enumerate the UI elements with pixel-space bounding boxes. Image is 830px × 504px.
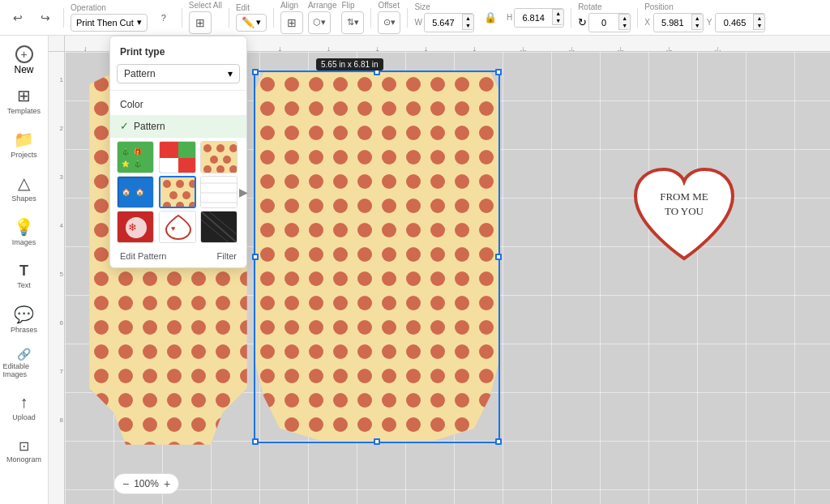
align-button[interactable]: ⊞ <box>280 11 303 34</box>
pattern-thumb-7[interactable]: ❄ <box>117 211 154 243</box>
rotate-down[interactable]: ▼ <box>618 22 630 30</box>
pattern-thumb-5[interactable] <box>159 176 196 208</box>
sidebar-item-new[interactable]: + New <box>3 42 45 78</box>
ruler-h-tick-1: 1 <box>85 47 86 51</box>
pattern-thumb-8[interactable]: ♥ <box>159 211 196 243</box>
svg-point-27 <box>229 144 237 152</box>
svg-point-31 <box>216 165 225 173</box>
divider-8 <box>637 8 638 28</box>
ruler-v-5: 5 <box>60 271 63 278</box>
zoom-out-button[interactable]: − <box>122 477 129 490</box>
pattern-grid: 🎄 🎁 ⭐ 🎄 <box>117 141 240 243</box>
width-up[interactable]: ▲ <box>462 14 473 22</box>
divider-3 <box>229 8 229 28</box>
print-type-select[interactable]: Pattern ▾ <box>117 64 240 83</box>
divider-4 <box>273 8 274 28</box>
color-option[interactable]: Color <box>110 94 246 115</box>
heart-line1: FROM ME <box>627 190 741 204</box>
align-section: Align ⊞ <box>280 2 303 34</box>
svg-point-29 <box>223 156 231 164</box>
rotate-input[interactable] <box>589 14 618 32</box>
sidebar-item-images[interactable]: 💡 Images <box>3 211 45 253</box>
flip-button[interactable]: ⇅▾ <box>341 11 364 34</box>
size-section: Size W ▲ ▼ <box>414 3 473 32</box>
question-button[interactable]: ? <box>152 6 175 29</box>
heart-element[interactable]: FROM ME TO YOU <box>627 165 741 271</box>
offset-button[interactable]: ⊙▾ <box>378 11 400 34</box>
position-fields: X ▲ ▼ Y ▲ ▼ <box>644 13 765 32</box>
width-down[interactable]: ▼ <box>462 22 473 30</box>
select-all-section: Select All ⊞ <box>189 2 222 34</box>
print-type-chevron: ▾ <box>228 68 233 79</box>
box-right-shape <box>255 72 498 441</box>
pattern-thumb-9[interactable] <box>200 211 237 243</box>
ruler-h-tick-8: 8 <box>426 47 426 51</box>
panel-divider-2 <box>110 137 246 138</box>
shapes-icon: △ <box>18 173 30 193</box>
operation-dropdown[interactable]: Print Then Cut ▾ <box>71 14 148 32</box>
arrange-button[interactable]: ⬡▾ <box>308 11 331 34</box>
zoom-value: 100% <box>134 478 159 489</box>
rotate-label: Rotate <box>578 3 601 11</box>
pos-y-up[interactable]: ▲ <box>753 14 764 22</box>
redo-button[interactable]: ↪ <box>34 6 57 29</box>
filter-button[interactable]: Filter <box>217 251 237 261</box>
undo-button[interactable]: ↩ <box>6 6 29 29</box>
sidebar-item-text[interactable]: T Text <box>3 254 45 297</box>
patterns-scroll-button[interactable]: ▶ <box>239 186 248 199</box>
pos-y-input[interactable] <box>716 14 753 32</box>
height-input[interactable] <box>515 9 552 27</box>
sidebar-item-projects[interactable]: 📁 Projects <box>3 123 45 165</box>
select-all-button[interactable]: ⊞ <box>189 11 212 34</box>
sidebar-item-monogram[interactable]: ⊡ Monogram <box>3 429 45 472</box>
pos-y-down[interactable]: ▼ <box>753 22 764 30</box>
pos-x-input[interactable] <box>654 14 691 32</box>
svg-rect-5 <box>134 388 166 412</box>
sidebar-item-shapes[interactable]: △ Shapes <box>3 167 45 209</box>
svg-text:🎁: 🎁 <box>134 147 142 156</box>
pos-x-label: X <box>644 18 650 27</box>
operation-chevron: ▾ <box>137 17 142 28</box>
zoom-in-button[interactable]: + <box>164 477 170 490</box>
ruler-vertical: 1 2 3 4 5 6 7 8 <box>49 52 65 504</box>
divider-7 <box>571 8 571 28</box>
pos-x-down[interactable]: ▼ <box>691 22 703 30</box>
images-icon: 💡 <box>14 217 34 237</box>
pattern-thumb-1[interactable]: 🎄 🎁 ⭐ 🎄 <box>117 141 154 173</box>
panel-title: Print type <box>110 43 246 64</box>
height-down[interactable]: ▼ <box>552 17 563 25</box>
rotate-up[interactable]: ▲ <box>618 14 630 22</box>
toolbar: ↩ ↪ Operation Print Then Cut ▾ ? Select … <box>0 0 830 36</box>
svg-rect-13 <box>393 396 434 421</box>
pattern-thumb-3[interactable] <box>200 141 237 173</box>
ruler-h-tick-13: 13 <box>669 47 670 51</box>
ruler-v-6: 6 <box>60 319 63 327</box>
svg-rect-22 <box>160 158 178 173</box>
ruler-h-tick-7: 7 <box>377 47 378 51</box>
pattern-thumb-6[interactable] <box>200 176 237 208</box>
edit-pattern-button[interactable]: Edit Pattern <box>120 251 166 261</box>
sidebar-item-upload[interactable]: ↑ Upload <box>3 386 45 428</box>
sidebar-item-templates[interactable]: ⊞ Templates <box>3 79 45 122</box>
lock-button[interactable]: 🔒 <box>479 6 502 29</box>
print-type-panel: Print type Pattern ▾ Color ✓ Pattern 🎄 🎁… <box>109 36 247 268</box>
editable-images-icon: 🔗 <box>17 348 31 361</box>
edit-chevron: ▾ <box>256 17 261 28</box>
upload-label: Upload <box>12 413 36 421</box>
size-fields: W ▲ ▼ <box>414 13 473 32</box>
sidebar-item-editable-images[interactable]: 🔗 Editable Images <box>3 342 45 384</box>
svg-rect-12 <box>320 396 361 421</box>
svg-text:🏠: 🏠 <box>135 187 145 197</box>
check-icon: ✓ <box>120 120 129 132</box>
svg-text:❄: ❄ <box>128 221 137 233</box>
pattern-thumb-4[interactable]: 🏠 🏠 <box>117 176 154 208</box>
sidebar-item-phrases[interactable]: 💬 Phrases <box>3 298 45 340</box>
height-up[interactable]: ▲ <box>552 9 563 17</box>
pos-x-up[interactable]: ▲ <box>691 14 703 22</box>
arrange-label: Arrange <box>308 2 337 10</box>
edit-dropdown[interactable]: ✏️ ▾ <box>236 14 267 32</box>
width-input[interactable] <box>425 14 462 32</box>
pattern-thumb-2[interactable] <box>159 141 196 173</box>
ruler-h-tick-9: 9 <box>474 47 475 51</box>
pattern-option[interactable]: ✓ Pattern <box>110 115 246 137</box>
